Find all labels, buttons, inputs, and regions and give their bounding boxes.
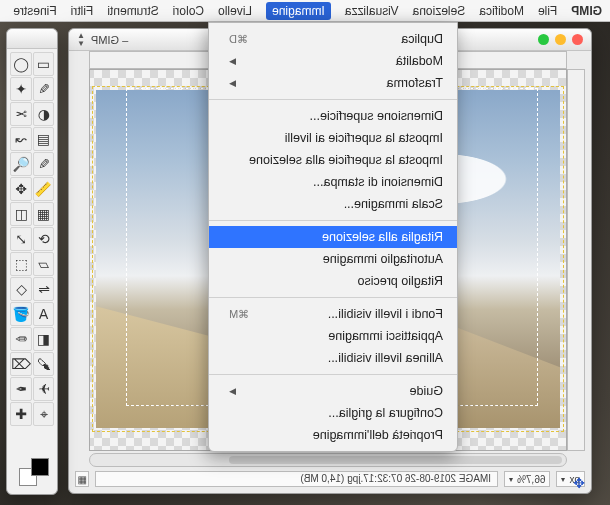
maximize-button[interactable] bbox=[538, 34, 549, 45]
cancel-button[interactable]: ▦ bbox=[75, 471, 89, 487]
menuitem-label: Duplica bbox=[401, 30, 443, 48]
menuitem-label: Fondi i livelli visibili... bbox=[328, 305, 443, 323]
window-title-app: – GIMP bbox=[91, 34, 128, 46]
menuitem-scala-immagine[interactable]: Scala immagine... bbox=[209, 193, 457, 215]
menuitem-label: Imposta la superficie ai livelli bbox=[285, 129, 443, 147]
menuitem-shortcut: ⌘D bbox=[229, 30, 248, 48]
menu-seleziona[interactable]: Seleziona bbox=[413, 4, 466, 18]
ruler-vertical[interactable] bbox=[567, 69, 585, 451]
menu-finestre[interactable]: Finestre bbox=[13, 4, 56, 18]
paths-tool[interactable]: ↝ bbox=[10, 127, 32, 151]
shear-tool[interactable]: ▱ bbox=[33, 252, 54, 276]
menuitem-ritaglia-alla-selezione[interactable]: Ritaglia alla selezione bbox=[209, 226, 457, 248]
cage-tool[interactable]: ◇ bbox=[10, 277, 32, 301]
menuitem-configura-la-griglia[interactable]: Configura la griglia... bbox=[209, 402, 457, 424]
menu-modifica[interactable]: Modifica bbox=[479, 4, 524, 18]
menuitem-label: Allinea livelli visibili... bbox=[328, 349, 443, 367]
menuitem-label: Appiattisci immagine bbox=[328, 327, 443, 345]
by-color-select-tool[interactable]: ◐ bbox=[33, 102, 54, 126]
color-picker-tool[interactable]: ✎ bbox=[33, 152, 54, 176]
menuitem-imposta-la-superficie-ai-livelli[interactable]: Imposta la superficie ai livelli bbox=[209, 127, 457, 149]
align-tool[interactable]: ▦ bbox=[33, 202, 54, 226]
perspective-toggle[interactable]: ▲▼ bbox=[77, 32, 85, 48]
menuitem-imposta-la-superficie-alla-selezione[interactable]: Imposta la superficie alla selezione bbox=[209, 149, 457, 171]
menuitem-modalit[interactable]: Modalità bbox=[209, 50, 457, 72]
bucket-fill-tool[interactable]: 🪣 bbox=[10, 302, 32, 326]
menu-colori[interactable]: Colori bbox=[173, 4, 204, 18]
app-name: GIMP bbox=[571, 4, 602, 18]
fuzzy-select-tool[interactable]: ✦ bbox=[10, 77, 32, 101]
scissors-tool[interactable]: ✂ bbox=[10, 102, 32, 126]
menuitem-label: Scala immagine... bbox=[344, 195, 443, 213]
menuitem-fondi-i-livelli-visibili[interactable]: Fondi i livelli visibili...⌘M bbox=[209, 303, 457, 325]
ellipse-select-tool[interactable]: ◯ bbox=[10, 52, 32, 76]
menu-immagine[interactable]: Immagine bbox=[266, 2, 331, 20]
menu-strumenti[interactable]: Strumenti bbox=[107, 4, 158, 18]
menuitem-label: Guide bbox=[410, 382, 443, 400]
system-menubar: GIMP FileModificaSelezionaVisualizzaImma… bbox=[0, 0, 610, 22]
horizontal-scrollbar[interactable] bbox=[89, 453, 567, 467]
scale-tool[interactable]: ⤢ bbox=[10, 227, 32, 251]
menuitem-duplica[interactable]: Duplica⌘D bbox=[209, 28, 457, 50]
zoom-selector[interactable]: 66,7%▾ bbox=[504, 471, 550, 487]
menuitem-label: Ritaglia alla selezione bbox=[322, 228, 443, 246]
foreground-select-tool[interactable]: ▤ bbox=[33, 127, 54, 151]
minimize-button[interactable] bbox=[555, 34, 566, 45]
toolbox-window: ▭◯✎✦◐✂▤↝✎🔍📏✥▦◫⟳⤢▱⬚⇋◇A🪣◧✏🖌⌫✈✒⌖✚ bbox=[6, 28, 58, 495]
heal-tool[interactable]: ✚ bbox=[10, 402, 32, 426]
flip-tool[interactable]: ⇋ bbox=[33, 277, 54, 301]
menuitem-dimensioni-di-stampa[interactable]: Dimensioni di stampa... bbox=[209, 171, 457, 193]
zoom-tool[interactable]: 🔍 bbox=[10, 152, 32, 176]
color-swatches[interactable] bbox=[11, 456, 53, 490]
menu-visualizza[interactable]: Visualizza bbox=[345, 4, 399, 18]
ink-tool[interactable]: ✒ bbox=[10, 377, 32, 401]
free-select-tool[interactable]: ✎ bbox=[33, 77, 54, 101]
menuitem-label: Ritaglio preciso bbox=[358, 272, 443, 290]
menuitem-trasforma[interactable]: Trasforma bbox=[209, 72, 457, 94]
perspective-tool[interactable]: ⬚ bbox=[10, 252, 32, 276]
menuitem-guide[interactable]: Guide bbox=[209, 380, 457, 402]
toolbox-titlebar[interactable] bbox=[7, 29, 57, 49]
menuitem-shortcut: ⌘M bbox=[229, 305, 249, 323]
status-path: IMAGE 2019-08-26 07:32:17.jpg (14,0 MB) bbox=[95, 471, 498, 487]
menuitem-label: Imposta la superficie alla selezione bbox=[249, 151, 443, 169]
menuitem-propriet-dell-immagine[interactable]: Proprietà dell'immagine bbox=[209, 424, 457, 446]
measure-tool[interactable]: 📏 bbox=[33, 177, 54, 201]
crop-tool[interactable]: ◫ bbox=[10, 202, 32, 226]
menuitem-appiattisci-immagine[interactable]: Appiattisci immagine bbox=[209, 325, 457, 347]
eraser-tool[interactable]: ⌫ bbox=[10, 352, 32, 376]
move-tool[interactable]: ✥ bbox=[10, 177, 32, 201]
menu-file[interactable]: File bbox=[538, 4, 557, 18]
menuitem-autoritaglio-immagine[interactable]: Autoritaglio immagine bbox=[209, 248, 457, 270]
clone-tool[interactable]: ⌖ bbox=[33, 402, 54, 426]
menuitem-label: Proprietà dell'immagine bbox=[313, 426, 443, 444]
statusbar: px▾ 66,7%▾ IMAGE 2019-08-26 07:32:17.jpg… bbox=[75, 469, 585, 489]
image-menu-dropdown: Duplica⌘DModalitàTrasformaDimensione sup… bbox=[208, 22, 458, 452]
menuitem-label: Autoritaglio immagine bbox=[323, 250, 443, 268]
rotate-tool[interactable]: ⟳ bbox=[33, 227, 54, 251]
navigate-icon[interactable]: ✥ bbox=[571, 475, 587, 491]
close-button[interactable] bbox=[572, 34, 583, 45]
foreground-color-swatch[interactable] bbox=[31, 458, 49, 476]
pencil-tool[interactable]: ✏ bbox=[10, 327, 32, 351]
paintbrush-tool[interactable]: 🖌 bbox=[33, 352, 54, 376]
menuitem-label: Trasforma bbox=[387, 74, 444, 92]
menuitem-label: Configura la griglia... bbox=[328, 404, 443, 422]
airbrush-tool[interactable]: ✈ bbox=[33, 377, 54, 401]
menuitem-allinea-livelli-visibili[interactable]: Allinea livelli visibili... bbox=[209, 347, 457, 369]
rect-select-tool[interactable]: ▭ bbox=[33, 52, 54, 76]
text-tool[interactable]: A bbox=[33, 302, 54, 326]
menuitem-label: Dimensione superficie... bbox=[310, 107, 443, 125]
blend-tool[interactable]: ◧ bbox=[33, 327, 54, 351]
menu-filtri[interactable]: Filtri bbox=[71, 4, 94, 18]
menuitem-ritaglio-preciso[interactable]: Ritaglio preciso bbox=[209, 270, 457, 292]
menuitem-label: Dimensioni di stampa... bbox=[313, 173, 443, 191]
menuitem-dimensione-superficie[interactable]: Dimensione superficie... bbox=[209, 105, 457, 127]
menuitem-label: Modalità bbox=[396, 52, 443, 70]
menu-livello[interactable]: Livello bbox=[218, 4, 252, 18]
